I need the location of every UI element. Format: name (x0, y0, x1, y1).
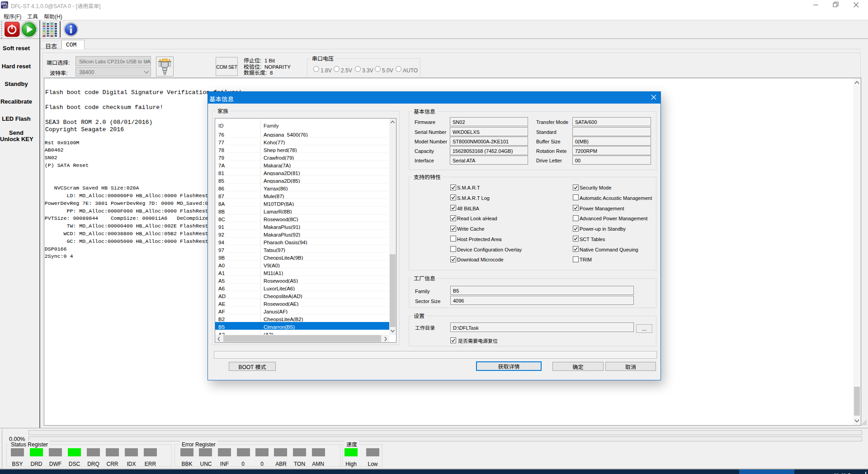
svg-text:ST: ST (3, 5, 7, 8)
svg-text:DFL: DFL (1, 2, 8, 5)
